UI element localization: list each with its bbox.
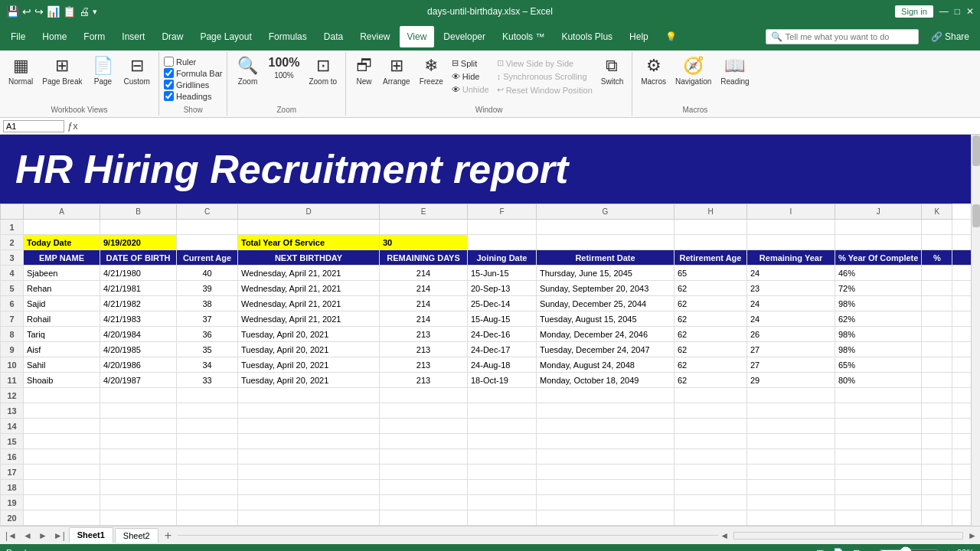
- data-cell[interactable]: 18-Oct-19: [468, 373, 537, 388]
- data-cell[interactable]: 24-Dec-16: [468, 327, 537, 342]
- data-cell[interactable]: [177, 434, 238, 449]
- header-cell[interactable]: % Year Of Complete: [835, 250, 922, 266]
- data-cell[interactable]: [747, 220, 835, 235]
- data-cell[interactable]: [100, 434, 177, 449]
- data-cell[interactable]: [835, 449, 922, 465]
- data-cell[interactable]: 62: [675, 327, 747, 342]
- data-cell[interactable]: [380, 510, 468, 526]
- zoom-slider[interactable]: [879, 546, 940, 551]
- data-cell[interactable]: [747, 388, 835, 403]
- hide-button[interactable]: 👁 Hide: [449, 70, 492, 83]
- data-cell[interactable]: [675, 495, 747, 510]
- data-cell[interactable]: [835, 235, 922, 250]
- data-cell[interactable]: [24, 220, 100, 235]
- switch-window-button[interactable]: ⧉ Switch: [597, 54, 627, 88]
- save-icon[interactable]: 💾: [6, 5, 19, 18]
- data-cell[interactable]: [177, 403, 238, 419]
- more-icon[interactable]: ▾: [93, 7, 97, 17]
- data-cell[interactable]: [747, 434, 835, 449]
- data-cell[interactable]: 38: [177, 296, 238, 311]
- data-cell[interactable]: [238, 403, 380, 419]
- data-cell[interactable]: Wednesday, April 21, 2021: [238, 311, 380, 327]
- data-cell[interactable]: [238, 465, 380, 480]
- header-cell[interactable]: Current Age: [177, 250, 238, 266]
- close-icon[interactable]: ✕: [966, 6, 974, 17]
- data-cell[interactable]: [24, 510, 100, 526]
- data-cell[interactable]: Tuesday, April 20, 2021: [238, 357, 380, 373]
- data-cell[interactable]: 24: [747, 311, 835, 327]
- data-cell[interactable]: 80%: [835, 373, 922, 388]
- data-cell[interactable]: 213: [380, 342, 468, 357]
- data-cell[interactable]: Today Date: [24, 235, 100, 250]
- data-cell[interactable]: 15-Aug-15: [468, 311, 537, 327]
- data-cell[interactable]: [835, 388, 922, 403]
- menu-insert[interactable]: Insert: [114, 26, 152, 47]
- data-cell[interactable]: [747, 465, 835, 480]
- data-cell[interactable]: [238, 434, 380, 449]
- menu-page-layout[interactable]: Page Layout: [192, 26, 259, 47]
- data-cell[interactable]: [922, 357, 952, 373]
- data-cell[interactable]: [747, 449, 835, 465]
- data-cell[interactable]: Sunday, December 25, 2044: [537, 296, 675, 311]
- data-cell[interactable]: [177, 465, 238, 480]
- formula-bar-checkbox[interactable]: Formula Bar: [164, 68, 223, 78]
- data-cell[interactable]: [238, 510, 380, 526]
- data-cell[interactable]: 24-Dec-17: [468, 342, 537, 357]
- data-cell[interactable]: 213: [380, 327, 468, 342]
- data-cell[interactable]: [747, 235, 835, 250]
- table-icon[interactable]: 📊: [47, 5, 60, 18]
- header-cell[interactable]: Remaining Year: [747, 250, 835, 266]
- custom-view-button[interactable]: ⊟ Custom: [120, 54, 154, 88]
- normal-view-button[interactable]: ▦ Normal: [5, 54, 37, 88]
- data-cell[interactable]: [922, 235, 952, 250]
- sheet-scrollbar[interactable]: [733, 532, 963, 540]
- data-cell[interactable]: 4/21/1983: [100, 311, 177, 327]
- data-cell[interactable]: Aisf: [24, 342, 100, 357]
- data-cell[interactable]: 213: [380, 373, 468, 388]
- macros-button[interactable]: ⚙ Macros: [637, 54, 670, 88]
- data-cell[interactable]: [675, 434, 747, 449]
- print-icon[interactable]: 🖨: [79, 5, 90, 18]
- sheet-scroll-right[interactable]: ►: [968, 530, 977, 541]
- data-cell[interactable]: Monday, December 24, 2046: [537, 327, 675, 342]
- data-cell[interactable]: 23: [747, 281, 835, 296]
- data-cell[interactable]: [177, 235, 238, 250]
- data-cell[interactable]: Sunday, September 20, 2043: [537, 281, 675, 296]
- data-cell[interactable]: [675, 220, 747, 235]
- data-cell[interactable]: Wednesday, April 21, 2021: [238, 281, 380, 296]
- data-cell[interactable]: 27: [747, 342, 835, 357]
- data-cell[interactable]: [100, 465, 177, 480]
- navigation-button[interactable]: 🧭 Navigation: [671, 54, 715, 88]
- header-cell[interactable]: Retirment Date: [537, 250, 675, 266]
- data-cell[interactable]: [537, 235, 675, 250]
- data-cell[interactable]: [380, 403, 468, 419]
- data-cell[interactable]: [380, 434, 468, 449]
- data-cell[interactable]: [24, 434, 100, 449]
- data-cell[interactable]: [537, 480, 675, 495]
- data-cell[interactable]: [537, 434, 675, 449]
- zoom-100-button[interactable]: 100% 100%: [264, 54, 303, 82]
- data-cell[interactable]: 214: [380, 311, 468, 327]
- data-cell[interactable]: [675, 235, 747, 250]
- data-cell[interactable]: [468, 403, 537, 419]
- data-cell[interactable]: [380, 495, 468, 510]
- data-cell[interactable]: [835, 220, 922, 235]
- page-view-button[interactable]: 📄 Page: [88, 54, 119, 88]
- data-cell[interactable]: Tuesday, December 24, 2047: [537, 342, 675, 357]
- data-cell[interactable]: Monday, August 24, 2048: [537, 357, 675, 373]
- data-cell[interactable]: [922, 495, 952, 510]
- data-cell[interactable]: 4/21/1982: [100, 296, 177, 311]
- page-layout-status-icon[interactable]: 📄: [831, 546, 845, 552]
- data-cell[interactable]: 4/20/1985: [100, 342, 177, 357]
- data-cell[interactable]: 40: [177, 266, 238, 281]
- tell-me-box[interactable]: 🔍: [766, 29, 919, 44]
- menu-kutools-plus[interactable]: Kutools Plus: [554, 26, 620, 47]
- data-cell[interactable]: 26: [747, 327, 835, 342]
- data-cell[interactable]: [922, 327, 952, 342]
- data-cell[interactable]: [675, 403, 747, 419]
- data-cell[interactable]: [675, 510, 747, 526]
- data-cell[interactable]: [24, 480, 100, 495]
- data-cell[interactable]: 214: [380, 266, 468, 281]
- formula-input[interactable]: [81, 122, 977, 131]
- data-cell[interactable]: [380, 449, 468, 465]
